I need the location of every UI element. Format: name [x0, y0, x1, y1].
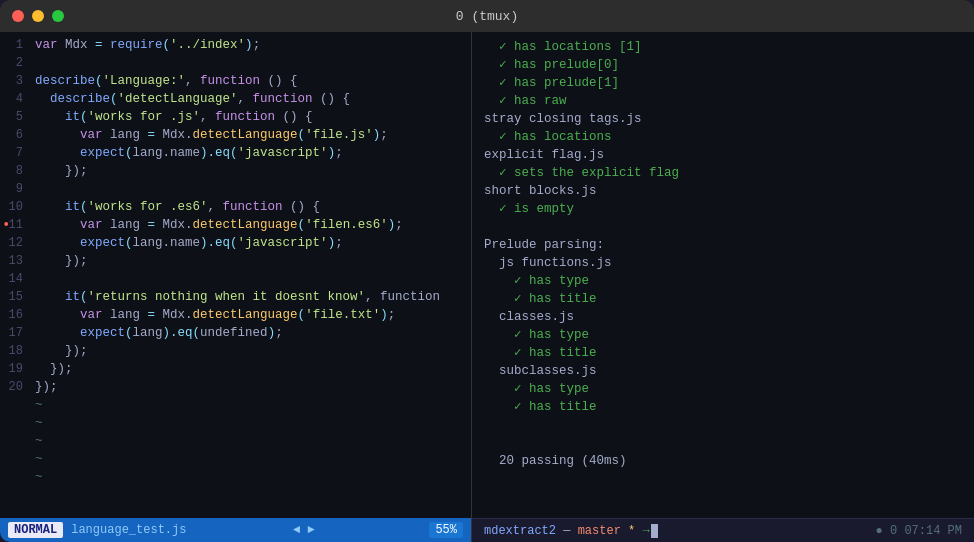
code-area[interactable]: 1var Mdx = require('../index');23describ…: [0, 32, 471, 518]
line-content: expect(lang.name).eq('javascript');: [35, 144, 463, 162]
token: });: [35, 164, 88, 178]
token: 'file.js': [305, 128, 373, 142]
token: lang: [103, 128, 148, 142]
token: (: [298, 218, 306, 232]
window: 0 (tmux) 1var Mdx = require('../index');…: [0, 0, 974, 542]
minimize-button[interactable]: [32, 10, 44, 22]
token: .eq: [208, 146, 231, 160]
line-content: var Mdx = require('../index');: [35, 36, 463, 54]
token: Mdx: [58, 38, 96, 52]
token: (: [125, 236, 133, 250]
line-number: 9: [0, 180, 35, 198]
token: (: [80, 110, 88, 124]
token: });: [35, 362, 73, 376]
line-number: 12: [0, 234, 35, 252]
code-line: 2: [0, 54, 471, 72]
line-number: 7: [0, 144, 35, 162]
token: ): [163, 326, 171, 340]
token: ;: [388, 308, 396, 322]
token: var: [80, 128, 103, 142]
token: =: [148, 128, 156, 142]
token: it: [65, 110, 80, 124]
line-content: describe('Language:', function () {: [35, 72, 463, 90]
line-content: });: [35, 162, 463, 180]
token: ): [328, 146, 336, 160]
token: [35, 308, 80, 322]
token: function: [253, 92, 313, 106]
token: });: [35, 380, 58, 394]
tilde-line: ~: [0, 450, 471, 468]
token: undefined: [200, 326, 268, 340]
line-content: it('works for .es6', function () {: [35, 198, 463, 216]
line-number: 15: [0, 288, 35, 306]
output-line: Prelude parsing:: [484, 236, 962, 254]
token: (: [80, 290, 88, 304]
output-pane: ✓ has locations [1] ✓ has prelude[0] ✓ h…: [472, 32, 974, 542]
tilde-content: ~: [35, 468, 463, 486]
token: [103, 38, 111, 52]
output-line: ✓ has type: [484, 380, 962, 398]
token: expect: [80, 146, 125, 160]
shell-space: [621, 524, 628, 538]
token: var: [80, 308, 103, 322]
code-line: 19 });: [0, 360, 471, 378]
line-content: var lang = Mdx.detectLanguage('file.js')…: [35, 126, 463, 144]
line-content: it('returns nothing when it doesnt know'…: [35, 288, 463, 306]
token: [35, 128, 80, 142]
token: expect: [80, 326, 125, 340]
token: detectLanguage: [193, 128, 298, 142]
token: it: [65, 200, 80, 214]
vim-mode: NORMAL: [8, 522, 63, 538]
output-line: ✓ has title: [484, 398, 962, 416]
token: Mdx.: [155, 218, 193, 232]
line-number: 13: [0, 252, 35, 270]
code-line: 5 it('works for .js', function () {: [0, 108, 471, 126]
token: (: [80, 200, 88, 214]
token: (: [193, 326, 201, 340]
token: describe: [50, 92, 110, 106]
code-line: 20});: [0, 378, 471, 396]
token: (: [230, 236, 238, 250]
token: lang.name: [133, 236, 201, 250]
token: detectLanguage: [193, 308, 298, 322]
code-line: 6 var lang = Mdx.detectLanguage('file.js…: [0, 126, 471, 144]
filename: language_test.js: [71, 523, 186, 537]
token: lang: [133, 326, 163, 340]
line-number: 6: [0, 126, 35, 144]
token: () {: [275, 110, 313, 124]
output-line: ✓ has prelude[0]: [484, 56, 962, 74]
shell-bar: mdextract2 — master * → ● 0 07:14 PM: [472, 518, 974, 542]
output-line: explicit flag.js: [484, 146, 962, 164]
line-number: 10: [0, 198, 35, 216]
line-content: describe('detectLanguage', function () {: [35, 90, 463, 108]
token: var: [80, 218, 103, 232]
token: (: [110, 92, 118, 106]
output-line: ✓ has title: [484, 344, 962, 362]
line-content: expect(lang.name).eq('javascript');: [35, 234, 463, 252]
close-button[interactable]: [12, 10, 24, 22]
token: () {: [283, 200, 321, 214]
editor-pane[interactable]: 1var Mdx = require('../index');23describ…: [0, 32, 472, 542]
shell-arrow: →: [642, 524, 649, 538]
token: (: [298, 128, 306, 142]
scroll-arrows: ◄ ►: [293, 523, 315, 537]
token: ;: [395, 218, 403, 232]
fullscreen-button[interactable]: [52, 10, 64, 22]
token: ): [200, 236, 208, 250]
line-number: 2: [0, 54, 35, 72]
output-line: 20 passing (40ms): [484, 452, 962, 470]
token: lang: [103, 308, 148, 322]
output-line: ✓ has title: [484, 290, 962, 308]
token: () {: [260, 74, 298, 88]
token: ,: [238, 92, 253, 106]
status-bar: NORMAL language_test.js ◄ ► 55%: [0, 518, 471, 542]
token: 'file.txt': [305, 308, 380, 322]
token: ): [268, 326, 276, 340]
token: ): [200, 146, 208, 160]
token: var: [35, 38, 58, 52]
token: [35, 236, 80, 250]
tilde-content: ~: [35, 432, 463, 450]
output-line: classes.js: [484, 308, 962, 326]
breakpoint-dot: •: [2, 216, 10, 234]
token: Mdx.: [155, 308, 193, 322]
